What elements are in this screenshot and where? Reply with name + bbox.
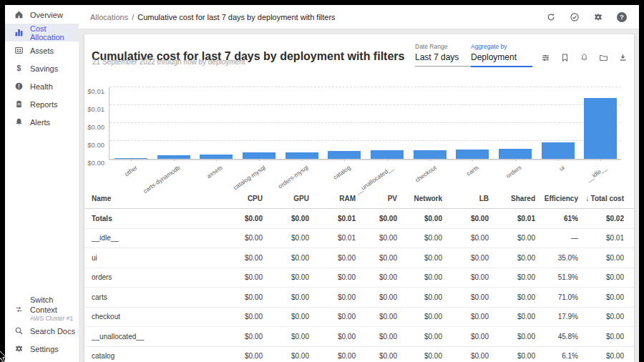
date-range-value[interactable]: Last 7 days	[415, 52, 471, 67]
refresh-icon[interactable]	[545, 11, 557, 23]
cost-bar-chart: $0.00$0.00$0.00$0.01$0.01 othercarts-dyn…	[84, 77, 634, 185]
cell-pv: $0.00	[356, 352, 397, 360]
bar-catalog-mysql[interactable]	[243, 152, 275, 159]
column-header-ram[interactable]: RAM	[309, 195, 356, 202]
cell-pv: $0.00	[356, 333, 397, 341]
topbar-actions: ?	[545, 11, 628, 23]
x-tick	[472, 159, 473, 161]
bar-orders-mysql[interactable]	[286, 152, 318, 159]
search-icon	[14, 326, 24, 336]
sidebar-item-label: Savings	[30, 64, 58, 73]
bar-ui[interactable]	[542, 142, 575, 159]
cell-efficiency: 17.9%	[535, 313, 578, 321]
gear-icon[interactable]	[592, 11, 604, 23]
aggregate-by-select[interactable]: Aggregate by Deployment	[471, 43, 532, 67]
cell-lb: $0.00	[442, 215, 489, 222]
sidebar-item-reports[interactable]: Reports	[5, 95, 79, 113]
column-header-lb[interactable]: LB	[442, 195, 489, 202]
bookmark-icon[interactable]	[559, 52, 570, 63]
column-header-pv[interactable]: PV	[356, 195, 397, 202]
table-row-carts[interactable]: carts$0.00$0.00$0.00$0.00$0.00$0.00$0.00…	[84, 288, 634, 308]
sidebar-item-cost-allocation[interactable]: Cost Allocation	[5, 24, 79, 41]
sidebar-item-alerts[interactable]: Alerts	[5, 113, 79, 131]
sidebar-item-search-docs[interactable]: Search Docs	[5, 322, 79, 340]
cell-ram: $0.01	[309, 234, 356, 242]
table-row-orders[interactable]: orders$0.00$0.00$0.00$0.00$0.00$0.00$0.0…	[84, 268, 634, 288]
tune-filters-icon[interactable]	[540, 52, 551, 63]
column-header-gpu[interactable]: GPU	[263, 195, 309, 202]
cell-name: carts	[92, 293, 218, 301]
cell-network: $0.00	[397, 333, 442, 341]
sidebar-item-assets[interactable]: Assets	[5, 41, 79, 59]
table-row-checkout[interactable]: checkout$0.00$0.00$0.00$0.00$0.00$0.00$0…	[84, 308, 634, 328]
cell-pv: $0.00	[356, 273, 397, 281]
savings-dollar-icon: $	[14, 64, 24, 73]
table-header-row: NameCPUGPURAMPVNetworkLBSharedEfficiency…	[84, 188, 634, 209]
download-icon[interactable]	[617, 52, 628, 63]
check-circle-icon[interactable]	[569, 11, 580, 23]
column-header-total-cost[interactable]: ↓Total cost	[578, 195, 624, 202]
x-tick	[600, 159, 601, 161]
y-axis-labels: $0.00$0.00$0.00$0.01$0.01	[84, 77, 106, 159]
bar-catalog[interactable]	[328, 151, 361, 159]
mouse-cursor	[0, 349, 9, 362]
bar-carts[interactable]	[456, 150, 489, 159]
bar-checkout[interactable]	[414, 150, 447, 160]
cell-name: ui	[92, 254, 218, 262]
y-tick-label: $0.01	[84, 105, 104, 113]
cell-pv: $0.00	[356, 254, 397, 262]
cell-network: $0.00	[397, 273, 442, 281]
breadcrumb-allocations-link[interactable]: Allocations	[90, 13, 128, 21]
gear-icon	[14, 344, 24, 353]
table-row-ui[interactable]: ui$0.00$0.00$0.00$0.00$0.00$0.00$0.0035.…	[84, 248, 634, 268]
cell-ram: $0.00	[309, 254, 356, 262]
table-row-__idle__[interactable]: __idle__$0.00$0.00$0.01$0.00$0.00$0.00$0…	[84, 229, 634, 249]
cell-gpu: $0.00	[263, 333, 309, 341]
sidebar-item-savings[interactable]: $ Savings	[5, 59, 79, 77]
column-header-shared[interactable]: Shared	[489, 195, 535, 202]
x-tick	[174, 159, 175, 161]
allocation-chart-icon	[14, 28, 24, 37]
x-axis-label: carts	[465, 164, 480, 177]
y-tick-label: $0.00	[84, 141, 104, 149]
date-range-select[interactable]: Date Range Last 7 days	[415, 43, 471, 67]
cell-gpu: $0.00	[263, 273, 309, 281]
column-header-cpu[interactable]: CPU	[218, 195, 263, 202]
cell-gpu: $0.00	[263, 352, 309, 360]
cell-gpu: $0.00	[263, 254, 309, 262]
help-icon[interactable]: ?	[616, 11, 628, 23]
sidebar-item-label: Cost Allocation	[30, 24, 79, 41]
table-row-catalog[interactable]: catalog$0.00$0.00$0.00$0.00$0.00$0.00$0.…	[84, 347, 634, 362]
table-row-totals[interactable]: Totals$0.00$0.00$0.01$0.00$0.00$0.00$0.0…	[84, 209, 634, 229]
x-axis-labels: othercarts-dynamodbassetscatalog-mysqlor…	[109, 162, 621, 184]
cell-pv: $0.00	[356, 293, 397, 301]
x-tick	[387, 159, 388, 161]
bar-__unallocated__[interactable]	[371, 150, 404, 159]
column-header-network[interactable]: Network	[397, 195, 442, 202]
report-card: Cumulative cost for last 7 days by deplo…	[84, 34, 634, 362]
cell-network: $0.00	[397, 293, 442, 301]
cell-lb: $0.00	[442, 333, 489, 341]
sidebar-item-health[interactable]: Health	[5, 77, 79, 95]
table-row-__unallocated__[interactable]: __unallocated__$0.00$0.00$0.00$0.00$0.00…	[84, 327, 634, 347]
cell-total-cost: $0.00	[578, 352, 624, 360]
sidebar-item-switch-context[interactable]: Switch Context AWS Cluster #1	[5, 296, 79, 322]
sidebar-item-overview[interactable]: Overview	[5, 6, 79, 24]
column-header-name[interactable]: Name	[92, 195, 218, 202]
column-header-efficiency[interactable]: Efficiency	[535, 195, 578, 202]
cell-cpu: $0.00	[218, 333, 263, 341]
report-actions	[540, 52, 628, 63]
cell-efficiency: 51.9%	[535, 273, 578, 281]
bar-orders[interactable]	[499, 149, 532, 159]
cell-cpu: $0.00	[218, 352, 263, 360]
bell-icon[interactable]	[578, 52, 590, 63]
bar-__idle__[interactable]	[584, 98, 617, 159]
aggregate-by-value[interactable]: Deployment	[471, 52, 532, 67]
health-alert-icon	[14, 82, 24, 91]
switch-context-label: Switch Context	[30, 295, 79, 315]
alerts-bell-icon	[14, 117, 24, 127]
cell-name: __unallocated__	[92, 333, 218, 341]
sidebar-item-settings[interactable]: Settings	[5, 340, 79, 358]
cell-shared: $0.00	[489, 234, 535, 242]
folder-icon[interactable]	[597, 52, 609, 63]
